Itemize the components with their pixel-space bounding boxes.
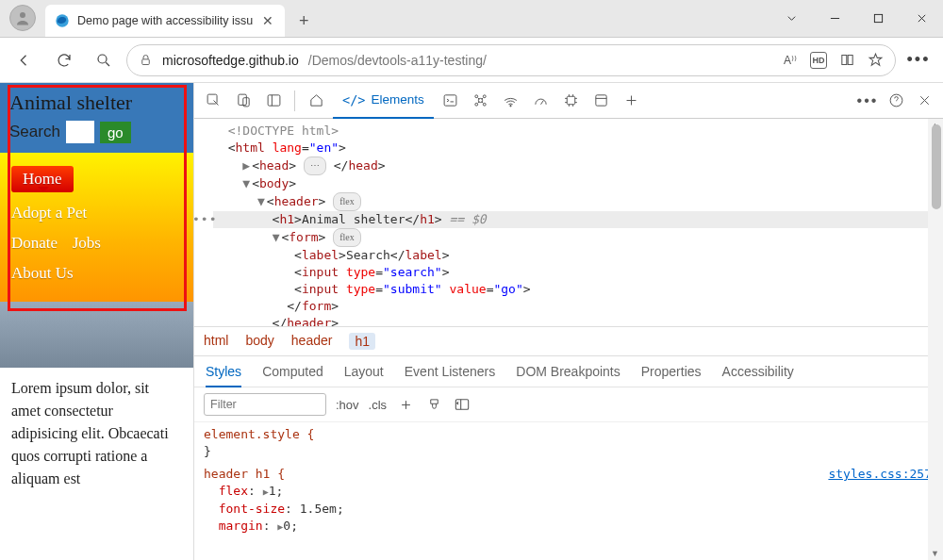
window-titlebar: Demo page with accessibility issu ✕ + — [0, 0, 943, 38]
application-icon[interactable] — [588, 88, 615, 114]
brush-icon[interactable] — [424, 395, 443, 414]
close-window-button[interactable] — [900, 0, 943, 37]
svg-point-15 — [510, 105, 511, 106]
svg-point-11 — [475, 95, 478, 98]
tab-properties[interactable]: Properties — [641, 364, 702, 379]
refresh-button[interactable] — [47, 43, 81, 77]
minimize-button[interactable] — [813, 0, 856, 37]
help-icon[interactable] — [883, 88, 909, 114]
read-aloud-icon[interactable]: A⁾⁾ — [782, 52, 799, 69]
svg-point-12 — [484, 95, 487, 98]
svg-rect-9 — [444, 95, 456, 106]
cls-toggle[interactable]: .cls — [369, 398, 388, 412]
styles-tabbar: Styles Computed Layout Event Listeners D… — [194, 356, 943, 387]
url-path: /Demos/devtools-a11y-testing/ — [308, 53, 487, 68]
page-title: Animal shelter — [9, 91, 184, 115]
svg-rect-2 — [874, 14, 882, 22]
tab-computed[interactable]: Computed — [262, 364, 323, 379]
panel-icon[interactable] — [260, 88, 287, 114]
lock-icon — [139, 53, 153, 67]
tab-title: Demo page with accessibility issu — [77, 14, 253, 27]
svg-rect-6 — [238, 94, 246, 105]
new-tab-button[interactable]: + — [290, 8, 317, 34]
tab-layout[interactable]: Layout — [344, 364, 384, 379]
tab-dom-breakpoints[interactable]: DOM Breakpoints — [516, 364, 620, 379]
lorem-text: Lorem ipsum dolor, sit amet consectetur … — [0, 368, 193, 500]
cat-image — [0, 302, 193, 368]
reader-icon[interactable] — [838, 52, 855, 69]
chevron-down-icon[interactable] — [769, 0, 813, 37]
network-icon[interactable] — [498, 88, 524, 114]
tab-accessibility[interactable]: Accessibility — [722, 364, 794, 379]
memory-icon[interactable] — [558, 88, 585, 114]
device-icon[interactable] — [230, 88, 256, 114]
devtools-panel: </> Elements ••• <!DOCTYPE html> <html l… — [194, 83, 943, 560]
scroll-down-icon[interactable]: ▼ — [931, 549, 939, 558]
crumb-html[interactable]: html — [204, 333, 228, 350]
page-nav: Home Adopt a Pet Donate Jobs About Us — [0, 153, 193, 302]
svg-rect-17 — [596, 95, 606, 106]
svg-point-0 — [20, 12, 25, 18]
page-header: Animal shelter Search go — [0, 83, 193, 153]
tab-event-listeners[interactable]: Event Listeners — [405, 364, 496, 379]
welcome-icon[interactable] — [303, 88, 329, 114]
tab-close-icon[interactable]: ✕ — [260, 13, 275, 28]
devtools-more-icon[interactable]: ••• — [854, 88, 881, 114]
edge-icon — [55, 13, 70, 28]
crumb-header[interactable]: header — [291, 333, 333, 350]
url-host: microsoftedge.github.io — [162, 53, 299, 68]
nav-donate[interactable]: Donate — [11, 234, 58, 253]
address-bar[interactable]: microsoftedge.github.io/Demos/devtools-a… — [126, 44, 896, 76]
more-button[interactable]: ••• — [902, 43, 935, 77]
nav-jobs[interactable]: Jobs — [73, 234, 101, 253]
performance-icon[interactable] — [528, 88, 554, 114]
source-link[interactable]: styles.css:257 — [828, 466, 932, 483]
nav-adopt[interactable]: Adopt a Pet — [11, 204, 87, 222]
inspect-icon[interactable] — [200, 88, 226, 114]
go-button[interactable]: go — [100, 122, 131, 143]
new-rule-icon[interactable] — [396, 395, 415, 414]
favorite-icon[interactable] — [867, 52, 884, 69]
devtools-tabbar: </> Elements ••• — [194, 83, 943, 119]
add-tab-icon[interactable] — [619, 88, 645, 114]
dom-tree[interactable]: <!DOCTYPE html> <html lang="en"> ▶<head>… — [194, 119, 943, 326]
hov-toggle[interactable]: :hov — [336, 398, 359, 412]
svg-point-14 — [484, 103, 487, 106]
window-controls — [769, 0, 943, 37]
styles-filter-row: :hov .cls — [194, 387, 943, 422]
breadcrumb[interactable]: html body header h1 — [194, 326, 943, 356]
profile-avatar-icon[interactable] — [9, 5, 36, 31]
search-input[interactable] — [66, 121, 94, 143]
tab-elements[interactable]: </> Elements — [333, 83, 434, 119]
hd-icon[interactable]: HD — [810, 52, 827, 69]
maximize-button[interactable] — [856, 0, 900, 37]
nav-about[interactable]: About Us — [11, 264, 74, 283]
search-label: Search — [9, 123, 60, 141]
tab-styles[interactable]: Styles — [206, 364, 241, 387]
rendered-page: Animal shelter Search go Home Adopt a Pe… — [0, 83, 194, 560]
dom-selected-line[interactable]: ••• <h1>Animal shelter</h1> == $0 — [213, 211, 943, 228]
back-button[interactable] — [8, 43, 41, 77]
console-icon[interactable] — [438, 88, 464, 114]
browser-tab[interactable]: Demo page with accessibility issu ✕ — [45, 5, 285, 37]
search-button[interactable] — [87, 43, 121, 77]
svg-point-3 — [98, 55, 107, 63]
nav-home[interactable]: Home — [11, 166, 74, 192]
devtools-scrollbar[interactable]: ▲ ▼ — [928, 119, 943, 560]
devtools-close-icon[interactable] — [911, 88, 937, 114]
crumb-body[interactable]: body — [245, 333, 273, 350]
computed-toggle-icon[interactable] — [453, 395, 472, 414]
browser-toolbar: microsoftedge.github.io/Demos/devtools-a… — [0, 38, 943, 83]
svg-rect-8 — [268, 95, 280, 106]
svg-rect-16 — [567, 96, 575, 105]
svg-rect-4 — [142, 59, 150, 65]
scroll-thumb[interactable] — [932, 124, 941, 209]
styles-filter-input[interactable] — [204, 393, 326, 416]
sources-icon[interactable] — [468, 88, 494, 114]
styles-body[interactable]: element.style { } header h1 {styles.css:… — [194, 422, 943, 560]
crumb-h1[interactable]: h1 — [349, 333, 375, 350]
svg-point-13 — [475, 103, 478, 106]
